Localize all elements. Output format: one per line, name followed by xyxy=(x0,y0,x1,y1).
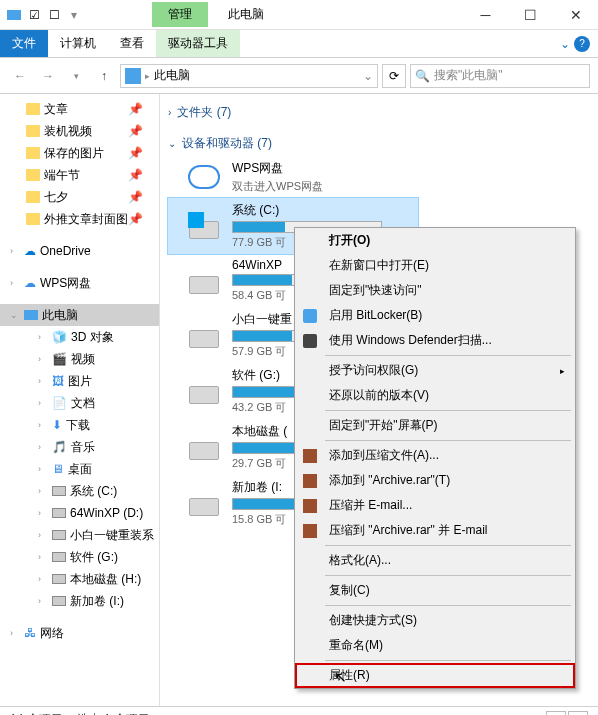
separator xyxy=(325,660,571,661)
quick-access-toolbar: ☑ ☐ ▾ xyxy=(0,7,82,23)
selection-count: 选中 1 个项目 xyxy=(77,711,150,715)
tab-file[interactable]: 文件 xyxy=(0,30,48,57)
tree-label: 系统 (C:) xyxy=(70,483,117,500)
tree-quick-item[interactable]: 装机视频📌 xyxy=(0,120,159,142)
tiles-view-button[interactable]: ▦ xyxy=(568,711,588,716)
rar-icon xyxy=(303,524,317,538)
tree-library-item[interactable]: ›⬇下载 xyxy=(0,414,159,436)
ctx-restore[interactable]: 还原以前的版本(V) xyxy=(295,383,575,408)
folder-icon xyxy=(26,191,40,203)
group-folders[interactable]: ›文件夹 (7) xyxy=(168,100,598,125)
tree-drive-item[interactable]: ›系统 (C:) xyxy=(0,480,159,502)
window-title: 此电脑 xyxy=(228,6,264,23)
ctx-add-rar[interactable]: 添加到 "Archive.rar"(T) xyxy=(295,468,575,493)
pin-icon: 📌 xyxy=(128,168,143,182)
drive-icon xyxy=(186,209,222,243)
ctx-grant-access[interactable]: 授予访问权限(G)▸ xyxy=(295,358,575,383)
close-button[interactable]: ✕ xyxy=(553,0,598,30)
search-icon: 🔍 xyxy=(415,69,430,83)
ribbon-tabs: 文件 计算机 查看 驱动器工具 ⌄ ? xyxy=(0,30,598,58)
tree-library-item[interactable]: ›🎵音乐 xyxy=(0,436,159,458)
ctx-bitlocker[interactable]: 启用 BitLocker(B) xyxy=(295,303,575,328)
tree-quick-item[interactable]: 七夕📌 xyxy=(0,186,159,208)
tree-network[interactable]: ›🖧网络 xyxy=(0,622,159,644)
ctx-copy[interactable]: 复制(C) xyxy=(295,578,575,603)
up-button[interactable]: ↑ xyxy=(92,64,116,88)
qat-dropdown-icon[interactable]: ▾ xyxy=(66,7,82,23)
tab-computer[interactable]: 计算机 xyxy=(48,30,108,57)
ctx-open[interactable]: 打开(O) xyxy=(295,228,575,253)
tree-wps[interactable]: ›☁WPS网盘 xyxy=(0,272,159,294)
ctx-shortcut[interactable]: 创建快捷方式(S) xyxy=(295,608,575,633)
ctx-compress-rar-email[interactable]: 压缩到 "Archive.rar" 并 E-mail xyxy=(295,518,575,543)
window-controls: ─ ☐ ✕ xyxy=(463,0,598,30)
ctx-rename[interactable]: 重命名(M) xyxy=(295,633,575,658)
ctx-format[interactable]: 格式化(A)... xyxy=(295,548,575,573)
ctx-add-archive[interactable]: 添加到压缩文件(A)... xyxy=(295,443,575,468)
tree-onedrive[interactable]: ›☁OneDrive xyxy=(0,240,159,262)
tree-library-item[interactable]: ›🎬视频 xyxy=(0,348,159,370)
tree-label: 本地磁盘 (H:) xyxy=(70,571,141,588)
maximize-button[interactable]: ☐ xyxy=(508,0,553,30)
drive-icon xyxy=(186,486,222,520)
tab-driver-tools[interactable]: 驱动器工具 xyxy=(156,30,240,57)
tree-drive-item[interactable]: ›小白一键重装系 xyxy=(0,524,159,546)
forward-button[interactable]: → xyxy=(36,64,60,88)
refresh-button[interactable]: ⟳ xyxy=(382,64,406,88)
address-bar[interactable]: ▸ 此电脑 ⌄ xyxy=(120,64,378,88)
tree-drive-item[interactable]: ›软件 (G:) xyxy=(0,546,159,568)
tree-library-item[interactable]: ›🖼图片 xyxy=(0,370,159,392)
tree-drive-item[interactable]: ›64WinXP (D:) xyxy=(0,502,159,524)
separator xyxy=(325,605,571,606)
tree-label: 七夕 xyxy=(44,189,68,206)
wps-drive-item[interactable]: WPS网盘双击进入WPS网盘 xyxy=(168,156,418,198)
checkbox-icon[interactable]: ☐ xyxy=(46,7,62,23)
tree-label: 64WinXP (D:) xyxy=(70,506,143,520)
address-dropdown-icon[interactable]: ⌄ xyxy=(363,69,373,83)
context-menu: 打开(O) 在新窗口中打开(E) 固定到"快速访问" 启用 BitLocker(… xyxy=(294,227,576,689)
minimize-button[interactable]: ─ xyxy=(463,0,508,30)
library-icon: 🖥 xyxy=(52,462,64,476)
tree-thispc[interactable]: ⌄此电脑 xyxy=(0,304,159,326)
tree-drive-item[interactable]: ›本地磁盘 (H:) xyxy=(0,568,159,590)
pin-icon: 📌 xyxy=(128,146,143,160)
checkbox-checked-icon[interactable]: ☑ xyxy=(26,7,42,23)
pc-icon xyxy=(24,310,38,320)
ctx-defender[interactable]: 使用 Windows Defender扫描... xyxy=(295,328,575,353)
separator xyxy=(325,355,571,356)
cloud-icon xyxy=(186,160,222,194)
tree-library-item[interactable]: ›🧊3D 对象 xyxy=(0,326,159,348)
ctx-open-new[interactable]: 在新窗口中打开(E) xyxy=(295,253,575,278)
back-button[interactable]: ← xyxy=(8,64,32,88)
drive-icon xyxy=(52,530,66,540)
ctx-pin-start[interactable]: 固定到"开始"屏幕(P) xyxy=(295,413,575,438)
navigation-bar: ← → ▾ ↑ ▸ 此电脑 ⌄ ⟳ 🔍 搜索"此电脑" xyxy=(0,58,598,94)
tree-quick-item[interactable]: 外推文章封面图📌 xyxy=(0,208,159,230)
tree-label: 小白一键重装系 xyxy=(70,527,154,544)
tree-library-item[interactable]: ›📄文档 xyxy=(0,392,159,414)
ctx-pin-quick[interactable]: 固定到"快速访问" xyxy=(295,278,575,303)
help-icon[interactable]: ? xyxy=(574,36,590,52)
ctx-compress-email[interactable]: 压缩并 E-mail... xyxy=(295,493,575,518)
group-devices[interactable]: ⌄设备和驱动器 (7) xyxy=(168,131,598,156)
breadcrumb-arrow-icon[interactable]: ▸ xyxy=(145,71,150,81)
titlebar: ☑ ☐ ▾ 管理 此电脑 ─ ☐ ✕ xyxy=(0,0,598,30)
breadcrumb[interactable]: 此电脑 xyxy=(154,67,190,84)
ctx-properties[interactable]: 属性(R) xyxy=(295,663,575,688)
tree-library-item[interactable]: ›🖥桌面 xyxy=(0,458,159,480)
details-view-button[interactable]: ≡ xyxy=(546,711,566,716)
pin-icon: 📌 xyxy=(128,190,143,204)
tab-view[interactable]: 查看 xyxy=(108,30,156,57)
tree-quick-item[interactable]: 文章📌 xyxy=(0,98,159,120)
tree-quick-item[interactable]: 端午节📌 xyxy=(0,164,159,186)
submenu-arrow-icon: ▸ xyxy=(560,366,565,376)
pin-icon: 📌 xyxy=(128,124,143,138)
search-input[interactable]: 🔍 搜索"此电脑" xyxy=(410,64,590,88)
tree-quick-item[interactable]: 保存的图片📌 xyxy=(0,142,159,164)
ribbon-expand-icon[interactable]: ⌄ xyxy=(560,37,570,51)
tree-label: 装机视频 xyxy=(44,123,92,140)
drive-icon xyxy=(52,596,66,606)
recent-dropdown-icon[interactable]: ▾ xyxy=(64,64,88,88)
tree-label: 下载 xyxy=(66,417,90,434)
tree-drive-item[interactable]: ›新加卷 (I:) xyxy=(0,590,159,612)
